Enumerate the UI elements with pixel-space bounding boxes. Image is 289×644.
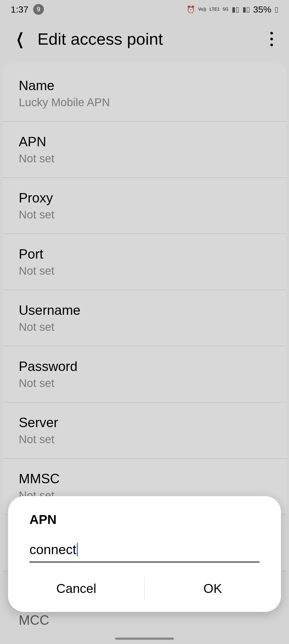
dialog-title: APN — [8, 512, 281, 527]
navigation-handle[interactable] — [115, 638, 174, 640]
setting-row-mcc-peek: MCC — [19, 612, 49, 628]
cancel-button[interactable]: Cancel — [8, 573, 144, 604]
apn-edit-dialog: APN connect Cancel OK — [8, 496, 281, 612]
apn-input-value: connect — [29, 542, 76, 557]
text-cursor — [77, 543, 78, 556]
apn-input[interactable]: connect — [29, 538, 260, 562]
ok-button[interactable]: OK — [144, 573, 281, 604]
